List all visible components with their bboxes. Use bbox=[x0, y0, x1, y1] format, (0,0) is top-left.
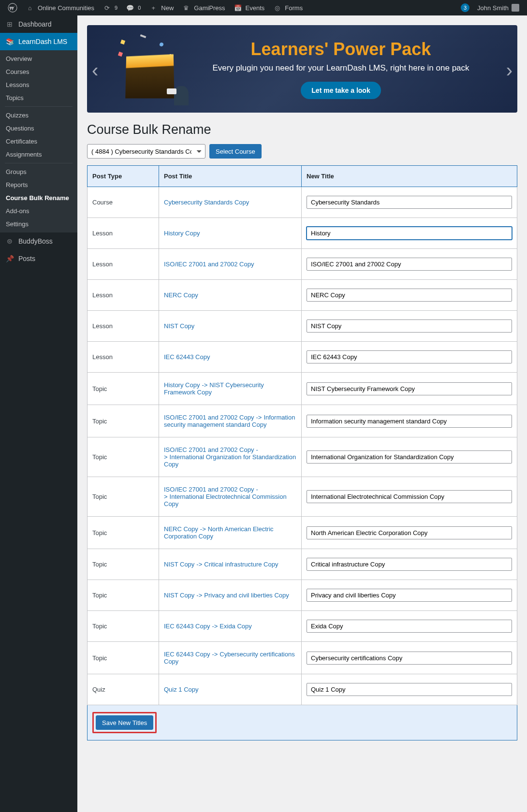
notifications[interactable]: 3 bbox=[457, 0, 473, 15]
new-title-input[interactable] bbox=[307, 227, 512, 240]
submenu-overview[interactable]: Overview bbox=[0, 52, 77, 65]
submenu-quizzes[interactable]: Quizzes bbox=[0, 109, 77, 122]
new-title-input[interactable] bbox=[307, 319, 512, 333]
submenu-certificates[interactable]: Certificates bbox=[0, 135, 77, 148]
submenu-settings[interactable]: Settings bbox=[0, 218, 77, 231]
gamipress-menu[interactable]: ♛GamiPress bbox=[177, 0, 229, 15]
new-title-input[interactable] bbox=[307, 258, 512, 271]
submenu-topics[interactable]: Topics bbox=[0, 91, 77, 104]
banner-next[interactable]: › bbox=[506, 59, 512, 81]
forms-menu[interactable]: ◎Forms bbox=[268, 0, 307, 15]
submenu-lessons[interactable]: Lessons bbox=[0, 78, 77, 91]
post-title-link[interactable]: NIST Copy bbox=[164, 561, 194, 568]
cell-post-title: NIST Copy->Critical infrastructure Copy bbox=[159, 549, 302, 580]
cell-post-type: Topic bbox=[88, 549, 159, 580]
menu-learndash[interactable]: 📚LearnDash LMS bbox=[0, 33, 77, 50]
post-title-link[interactable]: International Electrotechnical Commissio… bbox=[164, 493, 287, 508]
post-title-link[interactable]: International Organization for Standardi… bbox=[164, 453, 296, 468]
learndash-icon: 📚 bbox=[5, 37, 15, 46]
cell-new-title bbox=[302, 311, 517, 342]
menu-buddyboss[interactable]: ⊜BuddyBoss bbox=[0, 232, 77, 250]
submenu-add-ons[interactable]: Add-ons bbox=[0, 204, 77, 218]
new-title-input[interactable] bbox=[307, 350, 512, 363]
new-title-input[interactable] bbox=[307, 490, 512, 503]
post-title-link[interactable]: Critical infrastructure Copy bbox=[204, 561, 278, 568]
new-title-input[interactable] bbox=[307, 526, 512, 539]
banner-cta-button[interactable]: Let me take a look bbox=[301, 82, 381, 99]
new-title-input[interactable] bbox=[307, 620, 512, 633]
post-title-link[interactable]: Cybersecurity Standards Copy bbox=[164, 199, 249, 206]
new-title-input[interactable] bbox=[307, 683, 512, 696]
new-title-input[interactable] bbox=[307, 382, 512, 395]
cell-post-type: Topic bbox=[88, 437, 159, 477]
submenu-assignments[interactable]: Assignments bbox=[0, 148, 77, 161]
table-row: LessonHistory Copy bbox=[88, 218, 517, 249]
save-highlight-box: Save New Titles bbox=[92, 712, 157, 733]
new-title-input[interactable] bbox=[307, 558, 512, 571]
new-title-input[interactable] bbox=[307, 196, 512, 209]
cell-new-title bbox=[302, 517, 517, 549]
comments[interactable]: 💬0 bbox=[121, 0, 145, 15]
post-title-link[interactable]: Exida Copy bbox=[220, 623, 251, 630]
cell-post-title: ISO/IEC 27001 and 27002 Copy bbox=[159, 249, 302, 280]
wordpress-icon bbox=[8, 3, 17, 13]
submenu-courses[interactable]: Courses bbox=[0, 65, 77, 78]
table-row: TopicISO/IEC 27001 and 27002 Copy->Infor… bbox=[88, 405, 517, 437]
post-title-link[interactable]: History Copy bbox=[164, 230, 200, 237]
new-title-input[interactable] bbox=[307, 450, 512, 464]
submenu-groups[interactable]: Groups bbox=[0, 165, 77, 178]
cell-post-title: History Copy bbox=[159, 218, 302, 249]
post-title-link[interactable]: Privacy and civil liberties Copy bbox=[204, 592, 289, 599]
menu-dashboard[interactable]: ⊞Dashboard bbox=[0, 15, 77, 33]
cell-new-title bbox=[302, 477, 517, 517]
cell-post-type: Topic bbox=[88, 611, 159, 642]
updates[interactable]: ⟳9 bbox=[98, 0, 121, 15]
my-account[interactable]: John Smith bbox=[473, 0, 523, 15]
buddyboss-icon: ⊜ bbox=[5, 236, 15, 246]
post-title-link[interactable]: IEC 62443 Copy bbox=[164, 651, 210, 658]
learndash-submenu: OverviewCoursesLessonsTopicsQuizzesQuest… bbox=[0, 50, 77, 232]
promo-banner: ‹ Learners' Power Pack Every plugin you … bbox=[87, 25, 517, 113]
cell-post-type: Lesson bbox=[88, 249, 159, 280]
new-content[interactable]: +New bbox=[145, 0, 177, 15]
table-row: CourseCybersecurity Standards Copy bbox=[88, 187, 517, 218]
submenu-questions[interactable]: Questions bbox=[0, 122, 77, 135]
events-menu[interactable]: 📅Events bbox=[229, 0, 269, 15]
cell-new-title bbox=[302, 580, 517, 611]
course-select[interactable]: ( 4884 ) Cybersecurity Standards Copy bbox=[87, 144, 205, 159]
new-title-input[interactable] bbox=[307, 289, 512, 302]
post-title-link[interactable]: History Copy bbox=[164, 381, 200, 389]
events-label: Events bbox=[246, 4, 265, 12]
banner-prev[interactable]: ‹ bbox=[92, 59, 98, 81]
cell-post-title: ISO/IEC 27001 and 27002 Copy->Internatio… bbox=[159, 437, 302, 477]
post-title-link[interactable]: ISO/IEC 27001 and 27002 Copy bbox=[164, 261, 254, 268]
cell-post-title: History Copy->NIST Cybersecurity Framewo… bbox=[159, 373, 302, 405]
table-row: LessonISO/IEC 27001 and 27002 Copy bbox=[88, 249, 517, 280]
new-title-input[interactable] bbox=[307, 652, 512, 665]
cell-post-title: IEC 62443 Copy->Cybersecurity certificat… bbox=[159, 642, 302, 674]
post-title-link[interactable]: NERC Copy bbox=[164, 291, 198, 299]
submenu-course-bulk-rename[interactable]: Course Bulk Rename bbox=[0, 191, 77, 204]
wp-logo[interactable] bbox=[4, 0, 21, 15]
post-title-link[interactable]: IEC 62443 Copy bbox=[164, 353, 210, 361]
menu-posts[interactable]: 📌Posts bbox=[0, 250, 77, 267]
refresh-icon: ⟳ bbox=[102, 3, 112, 13]
post-title-link[interactable]: Quiz 1 Copy bbox=[164, 686, 199, 693]
banner-subtitle: Every plugin you need for your LearnDash… bbox=[193, 63, 488, 73]
post-title-link[interactable]: ISO/IEC 27001 and 27002 Copy bbox=[164, 414, 254, 421]
cell-new-title bbox=[302, 405, 517, 437]
save-new-titles-button[interactable]: Save New Titles bbox=[96, 715, 153, 730]
new-title-input[interactable] bbox=[307, 415, 512, 428]
site-name[interactable]: ⌂Online Communities bbox=[21, 0, 98, 15]
submenu-reports[interactable]: Reports bbox=[0, 178, 77, 191]
select-course-button[interactable]: Select Course bbox=[209, 144, 262, 159]
post-title-link[interactable]: ISO/IEC 27001 and 27002 Copy bbox=[164, 446, 254, 453]
cell-new-title bbox=[302, 187, 517, 218]
post-title-link[interactable]: NIST Copy bbox=[164, 322, 194, 330]
new-title-input[interactable] bbox=[307, 589, 512, 602]
post-title-link[interactable]: ISO/IEC 27001 and 27002 Copy bbox=[164, 486, 254, 493]
post-title-link[interactable]: NIST Copy bbox=[164, 592, 194, 599]
new-label: New bbox=[161, 4, 174, 12]
post-title-link[interactable]: IEC 62443 Copy bbox=[164, 623, 210, 630]
post-title-link[interactable]: NERC Copy bbox=[164, 525, 198, 533]
